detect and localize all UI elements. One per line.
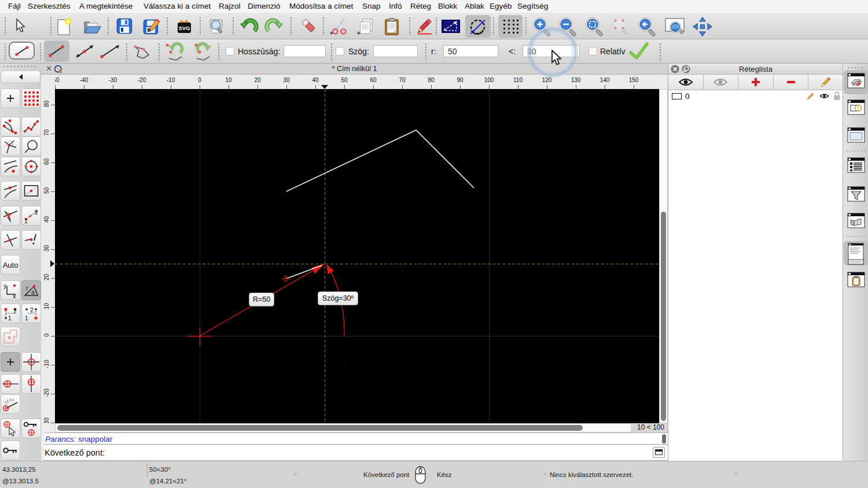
svg-text:a: a xyxy=(31,289,35,295)
svg-text:2: 2 xyxy=(30,307,34,313)
svg-text:2: 2 xyxy=(13,308,17,315)
svg-text:1: 1 xyxy=(25,315,28,321)
svg-text:1: 1 xyxy=(8,315,12,321)
svg-text:r: r xyxy=(26,285,28,291)
svg-text:y: y xyxy=(3,282,7,289)
svg-text:x: x xyxy=(13,293,16,298)
svg-text:1: 1 xyxy=(24,218,28,224)
svg-text:SVG: SVG xyxy=(178,25,190,31)
svg-text:2: 2 xyxy=(35,209,38,216)
